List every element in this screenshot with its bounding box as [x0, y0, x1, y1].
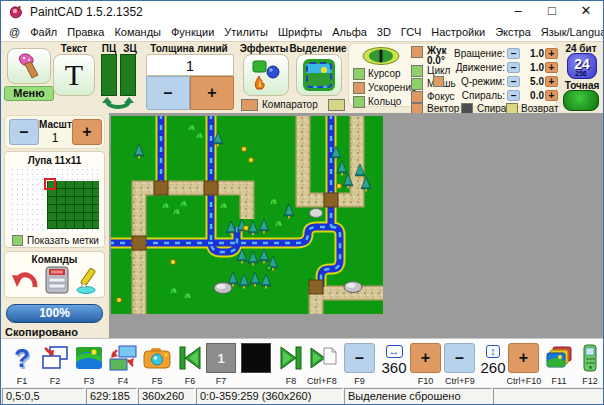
text-tool-button[interactable]: T: [53, 54, 95, 96]
thickness-minus-button[interactable]: –: [146, 76, 190, 110]
brush-icon: [12, 51, 46, 81]
next-frame-button[interactable]: [277, 343, 305, 373]
next-frame-icon: [279, 345, 303, 371]
eye-icon[interactable]: [361, 46, 401, 70]
menu-at[interactable]: @: [4, 24, 25, 40]
window-mode-icon: [41, 345, 69, 371]
swap-images-icon: [108, 345, 138, 371]
height-minus-button[interactable]: –: [444, 343, 475, 373]
spiral-plus[interactable]: +: [545, 90, 558, 101]
lupa-view[interactable]: [10, 167, 99, 233]
pen-tool-button[interactable]: [75, 266, 105, 298]
mouse-toggle[interactable]: [411, 78, 423, 90]
bg-color-swatch[interactable]: [120, 54, 136, 96]
menu-fonts[interactable]: Шрифты: [273, 24, 327, 40]
menu-3d[interactable]: 3D: [372, 24, 396, 40]
menu-edit[interactable]: Правка: [62, 24, 109, 40]
brush-menu-button[interactable]: [7, 48, 51, 84]
menu-language[interactable]: Язык/Language: [536, 24, 604, 40]
show-marks-toggle[interactable]: [12, 235, 23, 246]
color-swatch-black[interactable]: [241, 343, 271, 373]
movement-plus[interactable]: +: [545, 62, 558, 73]
undo-button[interactable]: [10, 266, 40, 298]
menu-bar: @ Файл Правка Команды Функции Утилиты Шр…: [1, 23, 604, 41]
spiral-minus[interactable]: –: [507, 90, 520, 101]
menu-functions[interactable]: Функции: [166, 24, 219, 40]
status-bar: 0,5:0,5 629:185 360x260 0:0-359:259 (360…: [1, 387, 604, 405]
fit-tool-button[interactable]: [43, 265, 71, 299]
movement-label: Движение:: [445, 62, 505, 74]
swap-colors-button[interactable]: [100, 97, 136, 112]
prev-frame-button[interactable]: [176, 343, 204, 373]
comparator-left-swatch[interactable]: [241, 99, 258, 111]
help-button[interactable]: ?: [7, 343, 37, 373]
prev-frame-icon: [178, 345, 202, 371]
height-indicator: ↕ 260: [478, 341, 508, 376]
movement-minus[interactable]: –: [507, 62, 520, 73]
commands-label: Команды: [5, 254, 104, 265]
width-minus-button[interactable]: –: [344, 343, 375, 373]
scale-label: Масштаб: [39, 119, 71, 130]
layers-button[interactable]: [545, 343, 573, 373]
menu-rng[interactable]: ГСЧ: [396, 24, 426, 40]
effects-button[interactable]: [243, 54, 289, 96]
ctrl-f10-label: Ctrl+F10: [499, 376, 549, 386]
depth-icon[interactable]: 24 256: [567, 53, 597, 79]
canvas[interactable]: [111, 116, 383, 314]
menu-file[interactable]: Файл: [25, 24, 62, 40]
width-plus-button[interactable]: +: [410, 343, 441, 373]
status-image-size: 360x260: [138, 388, 195, 405]
scale-minus-button[interactable]: –: [9, 119, 39, 145]
frame-number-button[interactable]: 1: [206, 343, 236, 373]
bug-toggle[interactable]: [411, 46, 423, 58]
fg-color-swatch[interactable]: [101, 54, 117, 96]
snapshot-button[interactable]: [142, 343, 172, 373]
swap-images-button[interactable]: [107, 343, 139, 373]
menu-button[interactable]: Меню: [4, 86, 54, 101]
acceleration-toggle[interactable]: [353, 82, 365, 94]
selection-icon: [303, 59, 335, 91]
menu-settings[interactable]: Настройки: [426, 24, 490, 40]
lupa-label: Лупа 11x11: [5, 155, 104, 166]
zoom-100-button[interactable]: 100%: [6, 304, 103, 323]
image-button[interactable]: [74, 343, 104, 373]
close-button[interactable]: ✕: [569, 1, 603, 22]
window-mode-button[interactable]: [40, 343, 70, 373]
rotation-plus[interactable]: +: [545, 48, 558, 59]
menu-utilities[interactable]: Утилиты: [219, 24, 273, 40]
spiral-step-label: Спираль:: [445, 90, 505, 102]
scale-plus-button[interactable]: +: [72, 119, 102, 145]
toolbar: Меню Текст T ПЦ ЗЦ Толщина линий 1 – + Э…: [1, 41, 604, 113]
menu-extra[interactable]: Экстра: [490, 24, 536, 40]
commands-panel: Команды: [4, 251, 105, 298]
mobile-button[interactable]: [578, 343, 602, 373]
qmode-toggle[interactable]: [433, 76, 444, 87]
menu-alpha[interactable]: Альфа: [327, 24, 372, 40]
selection-button[interactable]: [296, 54, 342, 96]
undo-icon: [10, 266, 40, 294]
fg-color-label: ПЦ: [99, 43, 119, 54]
ring-toggle[interactable]: [353, 96, 365, 108]
rotation-minus[interactable]: –: [507, 48, 520, 59]
lupa-panel: Лупа 11x11 Показать метки: [4, 151, 105, 248]
maximize-button[interactable]: □: [535, 1, 569, 22]
height-plus-button[interactable]: +: [508, 343, 539, 373]
window-title: PaintCAD 1.5.2.1352: [30, 5, 143, 19]
status-selection-range: 0:0-359:259 (360x260): [196, 388, 343, 405]
qmode-minus[interactable]: –: [507, 76, 520, 87]
play-new-frame-button[interactable]: [307, 343, 339, 373]
precise-button[interactable]: [563, 90, 599, 111]
canvas-map: [111, 116, 383, 314]
focus-toggle[interactable]: [411, 91, 423, 103]
f5-label: F5: [142, 376, 172, 386]
cycle-toggle[interactable]: [411, 65, 423, 77]
qmode-plus[interactable]: +: [545, 76, 558, 87]
status-screen-pos: 629:185: [86, 388, 137, 405]
thickness-plus-button[interactable]: +: [190, 76, 234, 110]
status-extra: [493, 388, 604, 405]
menu-commands[interactable]: Команды: [109, 24, 166, 40]
comparator-right-swatch[interactable]: [328, 99, 345, 111]
minimize-button[interactable]: –: [501, 1, 535, 22]
text-tool-glyph: T: [65, 60, 83, 90]
cursor-toggle[interactable]: [353, 68, 365, 80]
